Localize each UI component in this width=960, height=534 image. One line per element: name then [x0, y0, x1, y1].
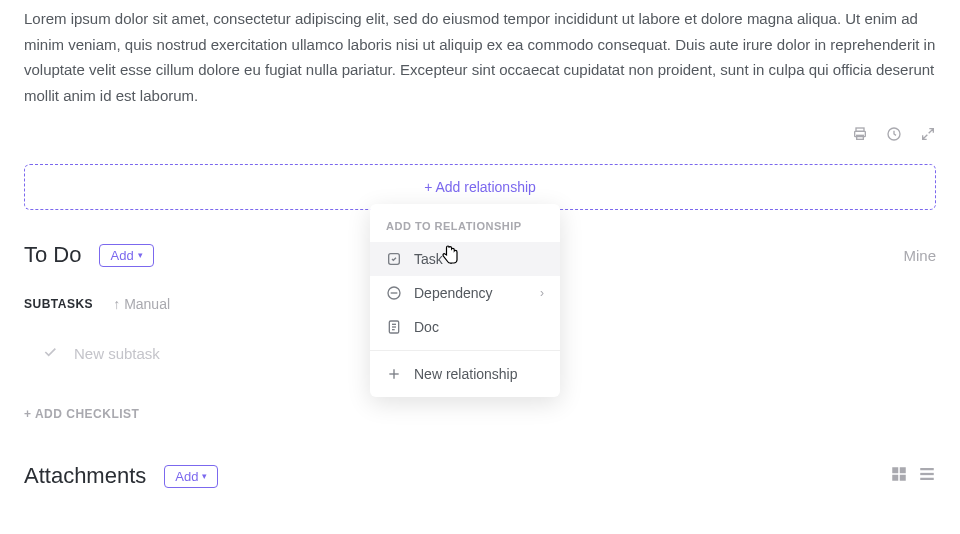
grid-view-icon[interactable] [890, 465, 908, 487]
chevron-right-icon: › [540, 286, 544, 300]
svg-rect-6 [892, 475, 898, 481]
doc-icon [386, 319, 402, 335]
attachments-section-header: Attachments Add [24, 463, 936, 489]
subtasks-label: SUBTASKS [24, 297, 93, 311]
attachments-title: Attachments [24, 463, 146, 489]
print-icon[interactable] [852, 126, 868, 146]
todo-title: To Do [24, 242, 81, 268]
popup-item-new-relationship[interactable]: New relationship [370, 357, 560, 391]
add-checklist-button[interactable]: + ADD CHECKLIST [24, 407, 936, 421]
task-description[interactable]: Lorem ipsum dolor sit amet, consectetur … [24, 0, 936, 108]
relationship-popup: ADD TO RELATIONSHIP Task Dependency › [370, 204, 560, 397]
check-icon [42, 344, 58, 363]
sort-arrow-icon: ↑ [113, 296, 120, 312]
subtasks-sort[interactable]: ↑ Manual [113, 296, 170, 312]
mine-filter[interactable]: Mine [903, 247, 936, 264]
popup-divider [370, 350, 560, 351]
popup-item-label: Doc [414, 319, 439, 335]
svg-rect-7 [900, 475, 906, 481]
expand-icon[interactable] [920, 126, 936, 146]
popup-header: ADD TO RELATIONSHIP [370, 216, 560, 242]
svg-rect-4 [892, 467, 898, 473]
popup-item-label: Dependency [414, 285, 493, 301]
sort-label: Manual [124, 296, 170, 312]
popup-item-doc[interactable]: Doc [370, 310, 560, 344]
svg-rect-8 [920, 468, 934, 470]
popup-item-label: Task [414, 251, 443, 267]
popup-item-label: New relationship [414, 366, 518, 382]
popup-item-task[interactable]: Task [370, 242, 560, 276]
view-toggle [890, 465, 936, 487]
list-view-icon[interactable] [918, 465, 936, 487]
plus-icon [386, 366, 402, 382]
dependency-icon [386, 285, 402, 301]
todo-add-button[interactable]: Add [99, 244, 153, 267]
new-subtask-placeholder: New subtask [74, 345, 160, 362]
action-icons-row [24, 108, 936, 164]
popup-item-dependency[interactable]: Dependency › [370, 276, 560, 310]
svg-rect-5 [900, 467, 906, 473]
svg-rect-10 [920, 478, 934, 480]
history-icon[interactable] [886, 126, 902, 146]
attachments-add-button[interactable]: Add [164, 465, 218, 488]
svg-rect-9 [920, 473, 934, 475]
task-icon [386, 251, 402, 267]
